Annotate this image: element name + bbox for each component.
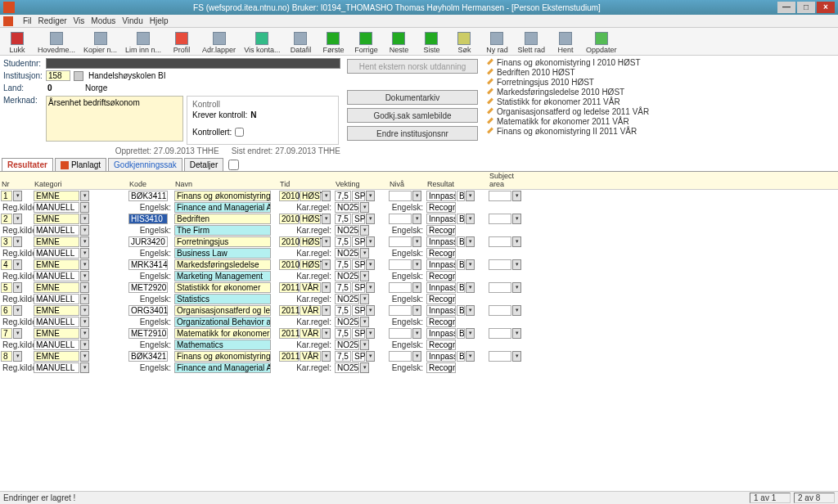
kategori-field[interactable]: EMNE [34,236,79,247]
resultat-dd[interactable]: ▾ [466,214,475,224]
resultat-dd[interactable]: ▾ [466,282,475,293]
karregel-dd[interactable]: ▾ [360,225,369,236]
tb-liminn[interactable]: Lim inn n... [124,31,163,55]
engelsk-field[interactable]: Mathematics [174,340,271,350]
tb-sok[interactable]: Søk [450,31,478,55]
kategori-field[interactable]: EMNE [34,305,79,316]
resultat-grade[interactable]: B [457,191,465,201]
tb-kopier[interactable]: Kopier n... [82,31,119,55]
resultat-dd[interactable]: ▾ [466,305,475,316]
navn-field[interactable]: Bedriften [174,214,271,224]
sem-dd[interactable]: ▾ [322,236,331,247]
nr-dd[interactable]: ▾ [13,328,22,339]
tb-kontakt[interactable]: Vis konta... [242,31,282,55]
subject-dd[interactable]: ▾ [512,191,521,201]
navn-field[interactable]: Finans og økonomistyring I [174,191,271,201]
karregel-field[interactable]: NO25 [335,271,359,281]
karregel-dd[interactable]: ▾ [360,294,369,304]
niva-dd[interactable]: ▾ [412,191,421,201]
side-item[interactable]: Markedsføringsledelse 2010 HØST [486,87,835,97]
resultat-dd[interactable]: ▾ [466,328,475,339]
niva-field[interactable] [389,305,412,316]
resultat-grade[interactable]: B [457,351,465,362]
subject-field[interactable] [489,191,511,201]
sem-field[interactable]: VÅR [300,282,321,293]
menu-rediger[interactable]: Rediger [38,16,67,25]
niva-field[interactable] [389,328,412,339]
nr-dd[interactable]: ▾ [13,191,22,201]
vekt-unit[interactable]: SP [352,259,365,270]
menu-vis[interactable]: Vis [74,16,85,25]
aar-field[interactable]: 2011 [279,328,299,339]
navn-field[interactable]: Matematikk for økonomer [174,328,271,339]
karregel-dd[interactable]: ▾ [360,271,369,281]
resultat-field[interactable]: Innpasse [426,214,456,224]
resultat-grade[interactable]: B [457,259,465,270]
vekt-dd[interactable]: ▾ [366,282,375,293]
subject-field[interactable] [489,282,511,293]
engelsk-field[interactable]: Organizational Behavior an... [174,317,271,327]
nr-dd[interactable]: ▾ [13,259,22,270]
resultat-field[interactable]: Innpasse [426,328,456,339]
godkj-sak-button[interactable]: Godkj.sak samlebilde [347,108,478,123]
regkilde-dd[interactable]: ▾ [80,248,89,259]
vekt-dd[interactable]: ▾ [366,328,375,339]
vekt-dd[interactable]: ▾ [366,351,375,362]
navn-field[interactable]: Statistikk for økonomer [174,282,271,293]
vekt-field[interactable]: 7,5 [335,282,351,293]
karregel-field[interactable]: NO25 [335,248,359,259]
subject-dd[interactable]: ▾ [512,259,521,270]
vekt-unit[interactable]: SP [352,191,365,201]
nr-field[interactable]: 4 [1,259,12,270]
kode-field[interactable]: BØK3421 [128,351,168,362]
tb-neste[interactable]: Neste [385,31,412,55]
menu-modus[interactable]: Modus [91,16,115,25]
subject-dd[interactable]: ▾ [512,236,521,247]
regkilde-dd[interactable]: ▾ [80,362,89,373]
resultat-dd[interactable]: ▾ [466,351,475,362]
sem-dd[interactable]: ▾ [322,328,331,339]
resultat-grade[interactable]: B [457,282,465,293]
regkilde-dd[interactable]: ▾ [80,317,89,327]
nr-dd[interactable]: ▾ [13,214,22,224]
minimize-button[interactable]: — [777,2,795,13]
niva-dd[interactable]: ▾ [412,236,421,247]
resultat-field[interactable]: Innpasse [426,191,456,201]
tb-datafil[interactable]: Datafil [286,31,314,55]
tab-godkjenningssak[interactable]: Godkjenningssak [108,158,182,171]
resultat-dd[interactable]: ▾ [466,236,475,247]
aar-field[interactable]: 2011 [279,282,299,293]
niva-dd[interactable]: ▾ [412,259,421,270]
regkilde-field[interactable]: MANUELL [34,225,79,236]
nr-field[interactable]: 5 [1,282,12,293]
regkilde-dd[interactable]: ▾ [80,202,89,213]
vekt-unit[interactable]: SP [352,236,365,247]
tb-profil[interactable]: Profil [168,31,196,55]
recogni-field[interactable]: Recogni [426,225,456,236]
niva-field[interactable] [389,282,412,293]
niva-field[interactable] [389,259,412,270]
nr-field[interactable]: 1 [1,191,12,201]
tb-adr[interactable]: Adr.lapper [200,31,237,55]
regkilde-field[interactable]: MANUELL [34,317,79,327]
subject-dd[interactable]: ▾ [512,305,521,316]
sem-field[interactable]: HØST [300,259,321,270]
institusjon-lookup[interactable] [74,71,83,81]
karregel-dd[interactable]: ▾ [360,340,369,350]
side-item[interactable]: Matematikk for økonomer 2011 VÅR [486,116,835,126]
regkilde-dd[interactable]: ▾ [80,271,89,281]
sem-dd[interactable]: ▾ [322,305,331,316]
kontrollert-checkbox[interactable] [235,128,244,137]
karregel-field[interactable]: NO25 [335,225,359,236]
resultat-dd[interactable]: ▾ [466,259,475,270]
engelsk-field[interactable]: Business Law [174,248,271,259]
engelsk-field[interactable]: The Firm [174,225,271,236]
resultat-field[interactable]: Innpasse [426,236,456,247]
vekt-dd[interactable]: ▾ [366,214,375,224]
engelsk-field[interactable]: Finance and Managerial Ac... [174,202,271,213]
nr-dd[interactable]: ▾ [13,282,22,293]
kategori-dd[interactable]: ▾ [80,282,89,293]
vekt-dd[interactable]: ▾ [366,305,375,316]
tab-resultater[interactable]: Resultater [2,158,53,171]
vekt-field[interactable]: 7,5 [335,328,351,339]
